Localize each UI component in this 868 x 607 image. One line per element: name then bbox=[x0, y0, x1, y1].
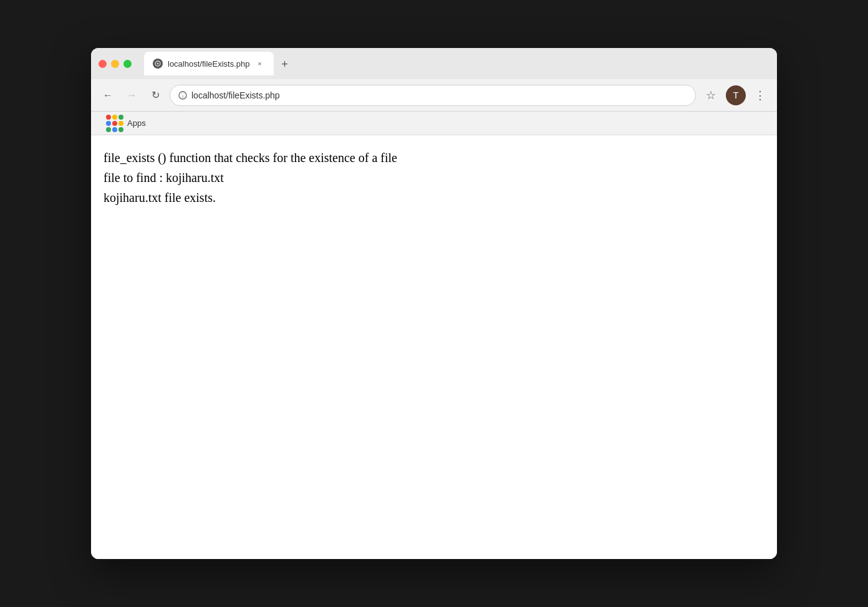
svg-point-1 bbox=[157, 63, 159, 65]
url-full: localhost/fileExists.php bbox=[191, 90, 280, 100]
apps-label: Apps bbox=[127, 118, 146, 128]
reload-button[interactable]: ↻ bbox=[146, 86, 165, 105]
page-body: file_exists () function that checks for … bbox=[104, 148, 764, 208]
profile-avatar[interactable]: T bbox=[726, 85, 746, 105]
svg-text:i: i bbox=[182, 93, 184, 99]
new-tab-button[interactable]: + bbox=[276, 55, 294, 73]
address-bar[interactable]: i localhost/fileExists.php bbox=[170, 85, 696, 106]
tab-title: localhost/fileExists.php bbox=[168, 59, 250, 69]
nav-bar: ← → ↻ i localhost/fileExists.php ☆ T ⋮ bbox=[91, 79, 777, 112]
browser-menu-button[interactable]: ⋮ bbox=[751, 86, 769, 105]
tab-favicon bbox=[153, 59, 163, 69]
back-button[interactable]: ← bbox=[99, 86, 117, 105]
line-3: kojiharu.txt file exists. bbox=[104, 188, 764, 208]
info-icon: i bbox=[178, 90, 188, 100]
line-2: file to find : kojiharu.txt bbox=[104, 168, 764, 188]
tab-area: localhost/fileExists.php × + bbox=[137, 52, 769, 75]
window-controls bbox=[99, 60, 132, 68]
forward-button[interactable]: → bbox=[122, 86, 141, 105]
apps-bookmark[interactable]: Apps bbox=[101, 112, 151, 135]
title-bar: localhost/fileExists.php × + bbox=[91, 48, 777, 79]
bookmarks-bar: Apps bbox=[91, 112, 777, 135]
browser-window: localhost/fileExists.php × + ← → ↻ i loc… bbox=[91, 48, 777, 559]
minimize-button[interactable] bbox=[111, 60, 119, 68]
url-text: localhost/fileExists.php bbox=[191, 90, 688, 100]
active-tab[interactable]: localhost/fileExists.php × bbox=[144, 52, 274, 75]
close-button[interactable] bbox=[99, 60, 107, 68]
page-content: file_exists () function that checks for … bbox=[91, 135, 777, 559]
bookmark-star-button[interactable]: ☆ bbox=[701, 85, 721, 105]
tab-close-button[interactable]: × bbox=[255, 59, 265, 69]
maximize-button[interactable] bbox=[123, 60, 132, 68]
google-apps-icon bbox=[106, 115, 123, 132]
line-1: file_exists () function that checks for … bbox=[104, 148, 764, 168]
